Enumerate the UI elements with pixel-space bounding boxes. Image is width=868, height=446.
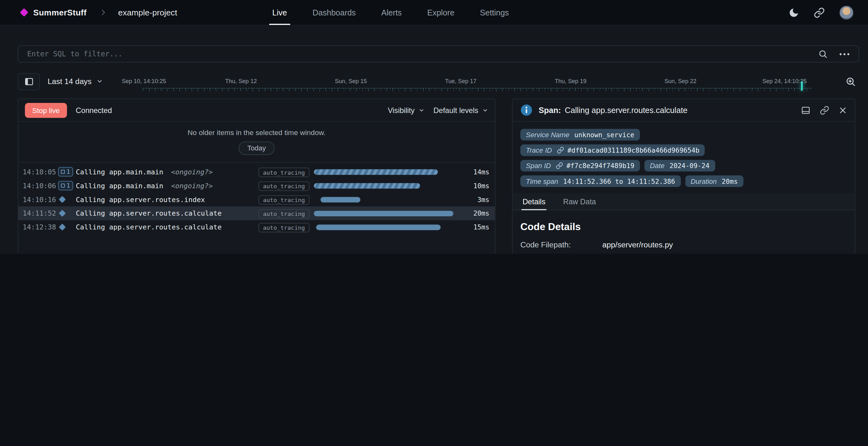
trace-duration: 14ms (463, 168, 489, 176)
top-navbar: SummerStuff example-project Live Dashboa… (0, 0, 868, 26)
span-diamond-icon (58, 225, 76, 230)
dark-mode-icon[interactable] (788, 7, 799, 18)
span-track (310, 169, 456, 175)
duration-pill: Duration 20ms (685, 175, 743, 187)
trace-message: Calling app.main.main (76, 182, 163, 190)
nested-count-icon: 1 (58, 167, 76, 177)
trace-message: Calling app.server.routes.calculate (76, 223, 222, 231)
timeline-tick: Tue, Sep 17 (445, 77, 476, 84)
sql-filter-bar (18, 45, 859, 62)
nested-count-icon: 1 (58, 181, 76, 190)
timeline-toolbar: Last 14 days Sep 10, 14:10:25 Thu, Sep 1… (18, 70, 859, 92)
connection-status: Connected (76, 106, 112, 114)
span-detail-panel: Span:Calling app.server.routes.calculate (512, 98, 856, 254)
span-track (310, 183, 456, 189)
time-range-select[interactable]: Last 14 days (48, 77, 103, 86)
share-link-icon[interactable] (814, 7, 825, 18)
content-split: Stop live Connected Visibility Default l… (18, 98, 855, 254)
timeline-tick: Sep 24, 14:10:25 (763, 77, 807, 84)
span-detail-body: Service Name unknown_service Trace ID #d… (513, 122, 855, 254)
span-glyph-icon (61, 184, 65, 188)
timeline-tick: Sun, Sep 22 (664, 77, 697, 84)
default-levels-dropdown[interactable]: Default levels (433, 106, 488, 114)
sidebar-toggle-button[interactable] (18, 73, 40, 90)
timeline-tick: Thu, Sep 19 (555, 77, 586, 84)
chevron-right-icon (99, 10, 105, 15)
breadcrumb: SummerStuff example-project (21, 8, 177, 17)
more-options-icon[interactable] (839, 52, 850, 56)
trace-row[interactable]: 14:10:06 1 Calling app.main.main<ongoing… (18, 179, 495, 193)
trace-row[interactable]: 14:12:38 Calling app.server.routes.calcu… (18, 220, 495, 234)
code-filepath-row: Code Filepath: app/server/routes.py (520, 240, 847, 249)
trace-suffix: <ongoing?> (171, 182, 213, 190)
timeline-activity-spike (801, 81, 803, 91)
span-duration-bar[interactable] (314, 211, 454, 216)
nested-count: 1 (66, 168, 70, 175)
nav-tab-settings[interactable]: Settings (480, 0, 509, 25)
trace-list: 14:10:05 1 Calling app.main.main<ongoing… (18, 163, 495, 254)
span-duration-bar[interactable] (316, 224, 441, 230)
trace-duration: 15ms (463, 223, 489, 231)
trace-message: Calling app.server.routes.calculate (76, 209, 222, 217)
span-duration-bar[interactable] (321, 197, 361, 202)
trace-message: Calling app.main.main (76, 168, 163, 176)
trace-row[interactable]: 14:10:05 1 Calling app.main.main<ongoing… (18, 165, 495, 179)
date-pill: Date 2024-09-24 (644, 160, 715, 171)
service-name-pill: Service Name unknown_service (520, 129, 640, 141)
timeline-minor-ticks (143, 89, 812, 91)
chevron-down-icon (418, 107, 425, 113)
timeline-tick: Sep 10, 14:10:25 (122, 77, 166, 84)
info-icon (520, 104, 533, 116)
trace-time: 14:10:05 (23, 168, 58, 176)
search-icon[interactable] (818, 49, 828, 59)
live-panel-header: Stop live Connected Visibility Default l… (18, 99, 495, 122)
trace-duration: 10ms (463, 182, 489, 189)
time-range-label: Last 14 days (48, 77, 92, 86)
span-id-pill[interactable]: Span ID #f7c8e294f7489b19 (520, 160, 640, 171)
visibility-dropdown[interactable]: Visibility (388, 106, 425, 114)
span-track (310, 211, 456, 216)
trace-row-selected[interactable]: 14:11:52 Calling app.server.routes.calcu… (18, 206, 495, 220)
tag-auto-tracing[interactable]: auto_tracing (258, 223, 309, 232)
tag-auto-tracing[interactable]: auto_tracing (258, 195, 309, 204)
timeline-tick: Thu, Sep 12 (225, 77, 257, 84)
span-duration-bar[interactable] (314, 183, 420, 189)
timeline-chart[interactable]: Sep 10, 14:10:25 Thu, Sep 12 Sun, Sep 15… (111, 70, 834, 92)
nav-tab-dashboards[interactable]: Dashboards (312, 0, 355, 25)
span-track (310, 224, 456, 230)
zoom-in-icon[interactable] (841, 76, 859, 87)
main-nav: Live Dashboards Alerts Explore Settings (273, 0, 509, 25)
chevron-down-icon (97, 78, 103, 85)
code-details-heading: Code Details (520, 221, 847, 233)
logo-diamond-icon (20, 8, 28, 17)
today-button[interactable]: Today (239, 141, 275, 155)
trace-id-pill[interactable]: Trace ID #df01acad0311189c8b66a466d96965… (520, 145, 705, 156)
trace-message: Calling app.server.routes.index (76, 195, 205, 203)
sql-filter-input[interactable] (27, 50, 807, 58)
tag-auto-tracing[interactable]: auto_tracing (258, 167, 309, 177)
span-duration-bar[interactable] (314, 169, 438, 175)
empty-window-notice: No older items in the selected time wind… (18, 122, 495, 163)
span-diamond-icon (58, 197, 76, 202)
trace-time: 14:10:16 (23, 195, 58, 203)
live-panel: Stop live Connected Visibility Default l… (18, 98, 495, 254)
tag-auto-tracing[interactable]: auto_tracing (258, 181, 309, 191)
trace-row[interactable]: 14:10:16 Calling app.server.routes.index… (18, 193, 495, 206)
tab-raw-data[interactable]: Raw Data (562, 194, 597, 210)
nav-tab-live[interactable]: Live (273, 0, 287, 25)
copy-link-icon[interactable] (820, 105, 829, 115)
tag-auto-tracing[interactable]: auto_tracing (258, 209, 309, 218)
empty-window-message: No older items in the selected time wind… (188, 128, 326, 137)
trace-time: 14:10:06 (23, 182, 58, 190)
org-name[interactable]: SummerStuff (33, 8, 86, 17)
close-icon[interactable] (839, 106, 847, 114)
nav-tab-alerts[interactable]: Alerts (381, 0, 402, 25)
nav-tab-explore[interactable]: Explore (427, 0, 454, 25)
tab-details[interactable]: Details (522, 194, 547, 210)
time-span-pill: Time span 14:11:52.366 to 14:11:52.386 (520, 175, 681, 187)
user-avatar[interactable] (839, 5, 854, 20)
span-title: Span:Calling app.server.routes.calculate (538, 106, 687, 115)
stop-live-button[interactable]: Stop live (25, 103, 67, 118)
dock-panel-icon[interactable] (801, 105, 810, 115)
project-name[interactable]: example-project (118, 8, 177, 17)
